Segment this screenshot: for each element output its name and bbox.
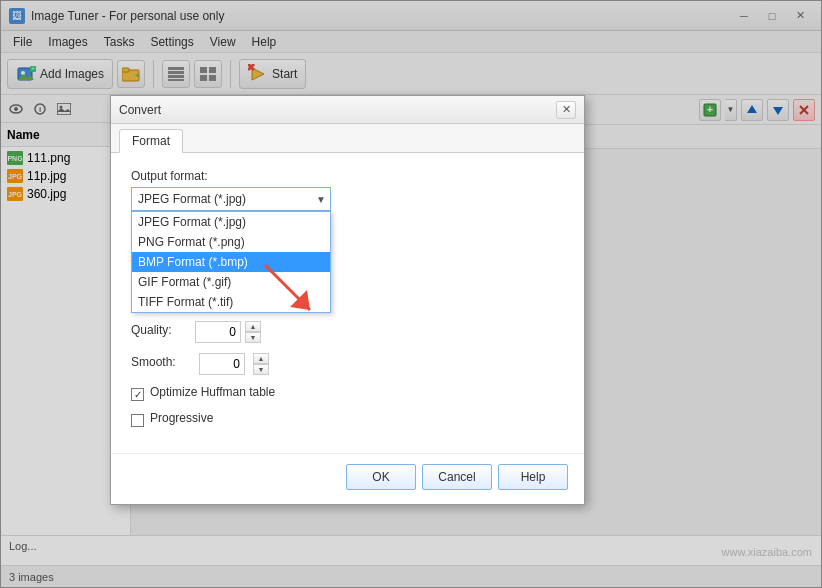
select-arrow-icon: ▼ xyxy=(316,194,326,205)
tab-format[interactable]: Format xyxy=(119,129,183,153)
quality-input[interactable] xyxy=(195,321,241,343)
dialog-close-button[interactable]: ✕ xyxy=(556,101,576,119)
progressive-label: Progressive xyxy=(150,411,213,425)
dropdown-item[interactable]: PNG Format (*.png) xyxy=(132,232,330,252)
dialog-body: Output format: JPEG Format (*.jpg) ▼ JPE… xyxy=(111,153,584,453)
dialog-footer: OK Cancel Help xyxy=(111,453,584,504)
dialog-tabs: Format xyxy=(111,124,584,153)
quality-label: Quality: xyxy=(131,323,191,337)
dialog-title: Convert xyxy=(119,103,161,117)
dropdown-item[interactable]: GIF Format (*.gif) xyxy=(132,272,330,292)
smooth-up-button[interactable]: ▲ xyxy=(253,353,269,364)
modal-overlay: Convert ✕ Format Output format: JPEG For… xyxy=(0,0,822,588)
smooth-spinner: ▲ ▼ xyxy=(253,353,269,375)
quality-spinner: ▲ ▼ xyxy=(245,321,261,343)
dialog-title-bar: Convert ✕ xyxy=(111,96,584,124)
smooth-group: Smooth: ▲ ▼ xyxy=(131,353,564,375)
format-select[interactable]: JPEG Format (*.jpg) ▼ xyxy=(131,187,331,211)
output-format-group: Output format: JPEG Format (*.jpg) ▼ JPE… xyxy=(131,169,564,211)
smooth-label: Smooth: xyxy=(131,355,191,369)
progressive-checkbox[interactable] xyxy=(131,414,144,427)
selected-format-text: JPEG Format (*.jpg) xyxy=(138,192,246,206)
dropdown-item[interactable]: TIFF Format (*.tif) xyxy=(132,292,330,312)
convert-dialog: Convert ✕ Format Output format: JPEG For… xyxy=(110,95,585,505)
cancel-button[interactable]: Cancel xyxy=(422,464,492,490)
quality-group: Quality: ▲ ▼ xyxy=(131,321,564,343)
optimize-row: Optimize Huffman table xyxy=(131,385,564,403)
ok-button[interactable]: OK xyxy=(346,464,416,490)
quality-down-button[interactable]: ▼ xyxy=(245,332,261,343)
output-format-label: Output format: xyxy=(131,169,564,183)
optimize-label: Optimize Huffman table xyxy=(150,385,275,399)
optimize-checkbox[interactable] xyxy=(131,388,144,401)
quality-up-button[interactable]: ▲ xyxy=(245,321,261,332)
smooth-down-button[interactable]: ▼ xyxy=(253,364,269,375)
format-dropdown-list: JPEG Format (*.jpg) PNG Format (*.png) B… xyxy=(131,211,331,313)
smooth-input[interactable] xyxy=(199,353,245,375)
progressive-row: Progressive xyxy=(131,411,564,429)
help-button[interactable]: Help xyxy=(498,464,568,490)
dropdown-item-selected[interactable]: BMP Format (*.bmp) xyxy=(132,252,330,272)
dropdown-item[interactable]: JPEG Format (*.jpg) xyxy=(132,212,330,232)
format-select-wrapper: JPEG Format (*.jpg) ▼ JPEG Format (*.jpg… xyxy=(131,187,331,211)
